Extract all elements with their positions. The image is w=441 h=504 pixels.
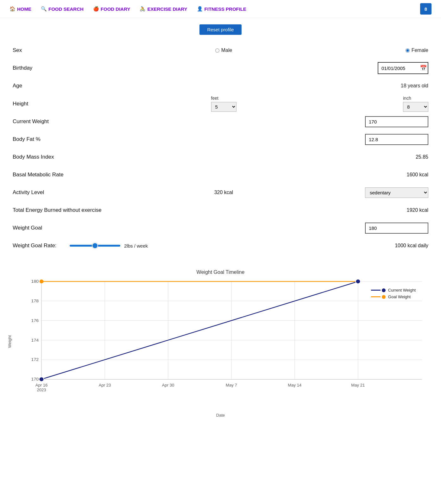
height-inch-select[interactable]: 0 1 2 3 4 5 6 7 8 9 10 11 xyxy=(403,102,428,112)
chart-inner: 170 172 174 176 178 180 Apr 16 2023 Apr … xyxy=(41,281,422,380)
nav-fitness-profile-link[interactable]: 👤 FITNESS PROFILE xyxy=(197,6,247,12)
svg-text:174: 174 xyxy=(31,338,39,343)
legend-goal-dot xyxy=(382,295,386,299)
height-inch-group: inch 0 1 2 3 4 5 6 7 8 9 10 11 xyxy=(403,96,428,112)
weight-goal-rate-slider[interactable] xyxy=(70,245,120,247)
svg-text:May 7: May 7 xyxy=(226,383,237,387)
chart-legend: Current Weight Goal Weight xyxy=(371,288,416,301)
height-feet-select[interactable]: 4 5 6 7 xyxy=(211,102,236,112)
chart-section: Weight Goal Timeline Weight xyxy=(13,269,428,402)
activity-kcal: 320 kcal xyxy=(214,190,233,195)
sex-label: Sex xyxy=(13,47,114,54)
height-feet-group: feet 4 5 6 7 xyxy=(211,96,236,112)
bmr-label: Basal Metabolic Rate xyxy=(13,172,114,178)
weight-goal-row: Weight Goal xyxy=(13,220,428,236)
sex-radio-group: Male xyxy=(215,47,232,53)
x-axis-label: Date xyxy=(216,413,225,418)
sex-male-text: Male xyxy=(221,47,232,53)
legend-goal-line xyxy=(371,296,381,297)
nav-food-diary-link[interactable]: 🍎 FOOD DIARY xyxy=(93,6,130,12)
svg-text:170: 170 xyxy=(31,377,39,381)
svg-text:176: 176 xyxy=(31,318,39,323)
svg-text:Apr 23: Apr 23 xyxy=(99,383,111,387)
nav-food-search-link[interactable]: 🔍 FOOD SEARCH xyxy=(41,6,84,12)
legend-current-dot xyxy=(382,288,386,292)
legend-current-weight: Current Weight xyxy=(371,288,416,293)
body-fat-label: Body Fat % xyxy=(13,136,114,142)
legend-current-line xyxy=(371,290,381,291)
apple-icon: 🍎 xyxy=(93,6,99,12)
svg-text:May 21: May 21 xyxy=(351,383,365,387)
weight-goal-rate-row: Weight Goal Rate: 2lbs / week 1000 kcal … xyxy=(13,238,428,254)
weight-goal-rate-text: 2lbs / week xyxy=(124,243,148,249)
chart-svg: 170 172 174 176 178 180 Apr 16 2023 Apr … xyxy=(41,281,422,379)
birthday-input-wrapper: 📅 xyxy=(378,62,428,74)
bmi-value: 25.85 xyxy=(416,154,428,160)
svg-line-15 xyxy=(41,281,358,379)
legend-goal-weight: Goal Weight xyxy=(371,294,416,299)
chart-title: Weight Goal Timeline xyxy=(19,269,422,275)
body-fat-row: Body Fat % xyxy=(13,131,428,147)
svg-text:2023: 2023 xyxy=(37,387,46,392)
svg-text:172: 172 xyxy=(31,357,39,362)
svg-text:178: 178 xyxy=(31,299,39,303)
svg-point-16 xyxy=(39,377,44,381)
bmr-value: 1600 kcal xyxy=(407,172,429,178)
body-fat-field[interactable] xyxy=(365,134,428,145)
total-energy-label: Total Energy Burned without exercise xyxy=(13,207,203,213)
birthday-label: Birthday xyxy=(13,65,114,71)
svg-text:180: 180 xyxy=(31,279,39,284)
calendar-icon[interactable]: 📅 xyxy=(420,65,427,72)
height-feet-label: feet xyxy=(211,96,218,101)
weight-goal-rate-kcal: 1000 kcal daily xyxy=(395,243,428,249)
activity-label: Activity Level xyxy=(13,189,114,196)
bmr-row: Basal Metabolic Rate 1600 kcal xyxy=(13,167,428,183)
svg-text:May 14: May 14 xyxy=(288,383,301,387)
sex-female-radio[interactable] xyxy=(406,48,410,53)
current-weight-label: Current Weight xyxy=(13,118,114,125)
bmi-row: Body Mass Index 25.85 xyxy=(13,149,428,165)
nav-home-link[interactable]: 🏠 HOME xyxy=(9,6,31,12)
svg-text:Apr 16: Apr 16 xyxy=(35,383,48,387)
birthday-row: Birthday 📅 xyxy=(13,60,428,76)
home-icon: 🏠 xyxy=(9,6,16,12)
reset-profile-button[interactable]: Reset profile xyxy=(199,24,241,35)
svg-point-13 xyxy=(39,280,43,283)
total-energy-row: Total Energy Burned without exercise 192… xyxy=(13,202,428,218)
weight-goal-rate-label: Weight Goal Rate: xyxy=(13,243,70,249)
current-weight-field[interactable] xyxy=(365,116,428,127)
weight-goal-label: Weight Goal xyxy=(13,225,114,231)
current-weight-row: Current Weight xyxy=(13,114,428,129)
legend-current-text: Current Weight xyxy=(388,288,416,293)
age-label: Age xyxy=(13,83,114,89)
svg-text:Apr 30: Apr 30 xyxy=(162,383,174,387)
sex-female-text: Female xyxy=(412,47,428,53)
legend-goal-text: Goal Weight xyxy=(388,294,411,299)
sex-female-label[interactable]: Female xyxy=(406,47,428,53)
bike-icon: 🚴 xyxy=(140,6,146,12)
total-energy-value: 1920 kcal xyxy=(407,207,429,213)
activity-select[interactable]: sedentary lightly active moderately acti… xyxy=(365,187,428,198)
weight-goal-field[interactable] xyxy=(365,223,428,234)
sex-row: Sex Male Female xyxy=(13,42,428,58)
user-button[interactable]: 8 xyxy=(420,3,432,15)
search-icon: 🔍 xyxy=(41,6,47,12)
person-icon: 👤 xyxy=(197,6,203,12)
birthday-field[interactable] xyxy=(381,66,418,71)
bmi-label: Body Mass Index xyxy=(13,154,114,160)
height-label: Height xyxy=(13,101,114,107)
y-axis-label: Weight xyxy=(7,335,12,348)
height-inch-label: inch xyxy=(403,96,411,101)
svg-point-17 xyxy=(356,279,360,284)
activity-row: Activity Level 320 kcal sedentary lightl… xyxy=(13,185,428,200)
nav-exercise-diary-link[interactable]: 🚴 EXERCISE DIARY xyxy=(140,6,187,12)
sex-male-radio[interactable] xyxy=(215,48,219,53)
age-value: 18 years old xyxy=(401,83,428,89)
age-row: Age 18 years old xyxy=(13,78,428,94)
sex-male-label[interactable]: Male xyxy=(215,47,232,53)
height-row: Height feet 4 5 6 7 inch 0 xyxy=(13,96,428,112)
